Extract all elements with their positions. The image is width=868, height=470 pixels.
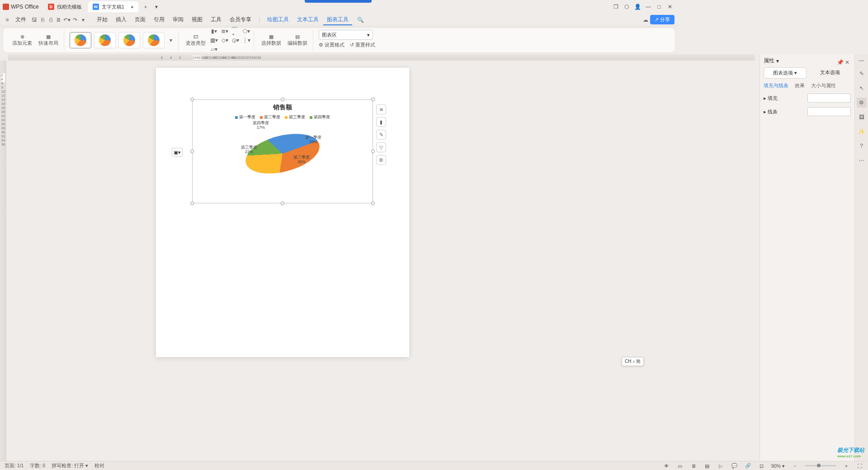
- style-more-icon[interactable]: ▾: [167, 37, 175, 44]
- donut-icon[interactable]: ◶▾: [232, 37, 239, 44]
- resize-handle[interactable]: [190, 202, 194, 205]
- edit-data-button[interactable]: ▤编辑数据: [286, 33, 309, 47]
- share-button[interactable]: ↗ 分享: [650, 15, 675, 24]
- resize-handle[interactable]: [371, 202, 375, 205]
- area-icon[interactable]: ▱▾: [210, 46, 217, 53]
- tab-list-button[interactable]: ▾: [151, 1, 162, 12]
- badge-icon[interactable]: ◇▾: [221, 37, 228, 44]
- tab-icon: W: [93, 4, 99, 10]
- pie-chart[interactable]: 第一季度26% 第二季度35% 第三季度22% 第四季度17%: [242, 127, 323, 190]
- new-tab-button[interactable]: ＋: [140, 1, 151, 12]
- quick-layout-button[interactable]: ▦快速布局: [37, 33, 60, 47]
- menu-tools[interactable]: 工具: [207, 14, 225, 25]
- hamburger-icon[interactable]: ≡: [4, 16, 11, 24]
- tick: 34: [249, 56, 253, 60]
- print-icon[interactable]: ⎙: [47, 16, 54, 24]
- legend-label: 第一季度: [239, 114, 255, 120]
- tick: 2: [175, 56, 184, 60]
- print-preview-icon[interactable]: 🗎: [55, 16, 62, 24]
- tab-document[interactable]: W 文字文稿1 ●: [88, 1, 138, 12]
- tick: 10: [1, 89, 5, 94]
- chart-elements-icon[interactable]: ≅: [376, 104, 386, 114]
- data-label-q3: 第三季度22%: [241, 146, 257, 155]
- legend-item: 第一季度: [235, 114, 255, 120]
- scatter-icon[interactable]: ⋮▾: [243, 37, 250, 44]
- shape-icon[interactable]: ⬠▾: [243, 28, 250, 35]
- redo-icon[interactable]: ↷: [71, 16, 79, 24]
- tick: 36: [1, 142, 5, 146]
- tick: 40: [202, 56, 211, 60]
- app-name: WPS Office: [11, 4, 39, 10]
- dropdown-divider-icon[interactable]: ▾: [80, 16, 87, 24]
- chart-settings-icon[interactable]: ⚙: [376, 155, 386, 165]
- menu-member[interactable]: 会员专享: [226, 14, 255, 25]
- resize-handle[interactable]: [371, 98, 375, 101]
- tab-template[interactable]: D 找稻壳模板: [43, 1, 86, 12]
- minimize-button[interactable]: —: [643, 1, 654, 12]
- label: 重置样式: [355, 42, 375, 48]
- undo-icon[interactable]: ↶▾: [63, 16, 71, 24]
- vertical-ruler[interactable]: 24681012141618202224262830323436: [0, 61, 6, 367]
- add-element-button[interactable]: ⊕添加元素: [10, 33, 34, 47]
- legend-label: 第四季度: [314, 114, 330, 120]
- tick: 6: [1, 81, 5, 85]
- chart-filter-icon[interactable]: ▽: [376, 142, 386, 152]
- indent-icon[interactable]: ≣▾: [221, 28, 228, 35]
- resize-handle[interactable]: [190, 150, 194, 153]
- label: 设置格式: [325, 42, 344, 48]
- bar-icon[interactable]: ▮▾: [210, 28, 217, 35]
- chart-title[interactable]: 销售额: [193, 103, 373, 112]
- menu-insert[interactable]: 插入: [112, 14, 130, 25]
- menu-page[interactable]: 页面: [131, 14, 149, 25]
- maximize-button[interactable]: □: [654, 1, 665, 12]
- cube-icon[interactable]: ⬡: [621, 1, 632, 12]
- tab-close-icon[interactable]: ●: [131, 4, 134, 9]
- menu-view[interactable]: 视图: [188, 14, 206, 25]
- swatch: [260, 116, 263, 119]
- ime-badge[interactable]: CH ♪ 简: [622, 357, 644, 366]
- multiwindow-icon[interactable]: ❐: [610, 1, 621, 12]
- menu-drawtools[interactable]: 绘图工具: [264, 14, 292, 25]
- tick: 30: [241, 56, 245, 60]
- search-icon[interactable]: 🔍: [357, 16, 364, 24]
- tick: 18: [1, 106, 5, 110]
- tick: 6: [157, 56, 166, 60]
- menu-review[interactable]: 审阅: [169, 14, 187, 25]
- tick: 22: [1, 114, 5, 118]
- resize-handle[interactable]: [281, 202, 284, 205]
- menu-file[interactable]: 文件: [12, 14, 30, 25]
- horizontal-ruler[interactable]: 6 4 2 2468101214161820222426283032343638…: [8, 54, 678, 61]
- reset-style-button[interactable]: ↺ 重置样式: [350, 42, 375, 48]
- user-avatar-icon[interactable]: 👤: [632, 1, 643, 12]
- change-type-button[interactable]: 🗠更改类型: [184, 33, 208, 47]
- chart-style-3[interactable]: [118, 32, 140, 48]
- chart-edit-icon[interactable]: ✎: [376, 130, 386, 140]
- legend-item: 第四季度: [310, 114, 330, 120]
- chart-style-4[interactable]: [143, 32, 165, 48]
- chart-style-2[interactable]: [94, 32, 116, 48]
- set-format-button[interactable]: ⚙ 设置格式: [319, 42, 344, 48]
- document-page[interactable]: 销售额 第一季度 第二季度 第三季度 第四季度 第一季度26% 第二季度35% …: [156, 68, 409, 357]
- line-icon[interactable]: 〰▾: [232, 28, 239, 35]
- save-icon[interactable]: 🖫: [31, 16, 38, 24]
- chart-side-tools: ≅ ▮ ✎ ▽ ⚙: [376, 104, 386, 165]
- resize-handle[interactable]: [281, 98, 284, 101]
- table-icon[interactable]: ▦▾: [210, 37, 217, 44]
- export-icon[interactable]: ⎘: [39, 16, 46, 24]
- chart-legend[interactable]: 第一季度 第二季度 第三季度 第四季度: [193, 114, 373, 120]
- close-button[interactable]: ✕: [665, 1, 675, 12]
- cloud-icon[interactable]: ☁: [642, 16, 649, 24]
- menu-texttools[interactable]: 文本工具: [293, 14, 322, 25]
- menu-start[interactable]: 开始: [93, 14, 111, 25]
- chart-object[interactable]: 销售额 第一季度 第二季度 第三季度 第四季度 第一季度26% 第二季度35% …: [192, 99, 373, 203]
- text-wrap-button[interactable]: ▣▾: [172, 148, 183, 157]
- tick: 38: [257, 56, 261, 60]
- menu-charttools[interactable]: 图表工具: [323, 14, 352, 25]
- menu-reference[interactable]: 引用: [150, 14, 168, 25]
- chart-styles-icon[interactable]: ▮: [376, 117, 386, 127]
- select-data-button[interactable]: ▦选择数据: [259, 33, 283, 47]
- resize-handle[interactable]: [371, 150, 375, 153]
- chart-area-select[interactable]: 图表区▾: [319, 30, 373, 40]
- resize-handle[interactable]: [190, 98, 194, 101]
- chart-style-1[interactable]: [70, 32, 91, 48]
